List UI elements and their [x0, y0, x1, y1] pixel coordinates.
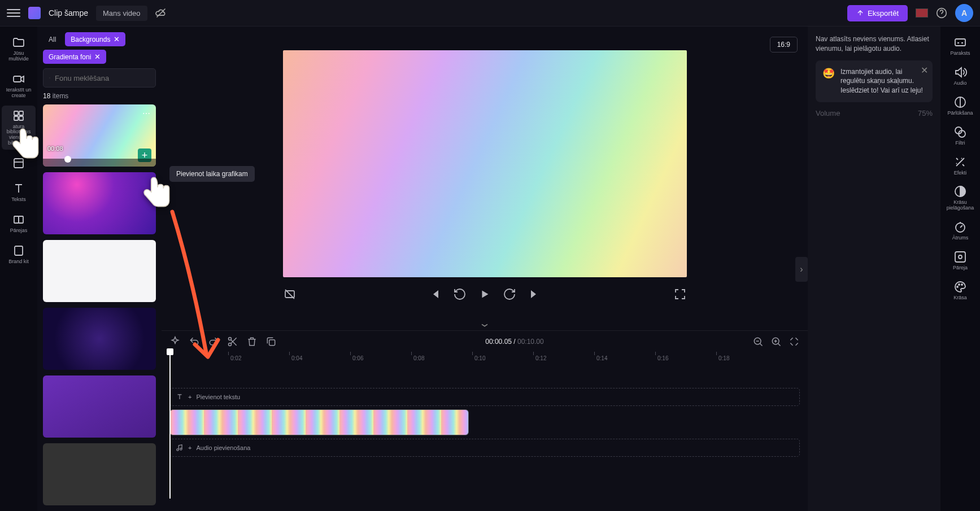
- asset-thumb-6[interactable]: [43, 443, 156, 505]
- zoom-in-button[interactable]: [770, 336, 782, 347]
- text-track[interactable]: + Pievienot tekstu: [169, 388, 800, 406]
- contrast-icon: [953, 185, 967, 198]
- captions-icon: [953, 36, 967, 49]
- skip-forward-button[interactable]: [528, 287, 541, 301]
- nav-your-media[interactable]: Jūsu multivide: [2, 32, 36, 65]
- tick: 0:12: [535, 355, 546, 361]
- delete-button[interactable]: [246, 336, 258, 347]
- panel-collapse-chevron[interactable]: ›: [795, 257, 808, 282]
- playhead[interactable]: [169, 352, 171, 499]
- tick: 0:06: [352, 355, 363, 361]
- timeline-tracks: + Pievienot tekstu + Audio pievienošana: [162, 368, 808, 460]
- video-track[interactable]: [169, 409, 800, 435]
- nav-brand-kit[interactable]: Brand kit: [2, 241, 36, 268]
- export-label: Eksportēt: [868, 9, 899, 18]
- svg-point-37: [957, 286, 958, 287]
- undo-button[interactable]: [189, 336, 200, 347]
- library-icon: [12, 109, 25, 123]
- tool-audio[interactable]: Audio: [943, 62, 977, 90]
- properties-panel: Nav atlasīts neviens vienums. Atlasiet v…: [808, 27, 940, 511]
- svg-rect-3: [14, 111, 18, 115]
- nav-record[interactable]: Ierakstīt un create: [2, 69, 36, 102]
- close-icon[interactable]: ✕: [114, 35, 120, 43]
- svg-point-17: [229, 343, 232, 346]
- template-icon: [12, 156, 25, 170]
- project-name[interactable]: Mans video: [96, 6, 147, 21]
- split-button[interactable]: [227, 336, 238, 347]
- rewind-button[interactable]: [453, 287, 467, 301]
- tool-color-adjust[interactable]: Krāsu pielāgošana: [943, 181, 977, 215]
- duplicate-button[interactable]: [265, 336, 277, 347]
- more-icon[interactable]: ⋯: [142, 109, 151, 118]
- timeline-toolbar: 00:00.05 / 00:10.00: [162, 330, 808, 352]
- timeline-clip[interactable]: [169, 409, 469, 435]
- tick: 0:10: [474, 355, 485, 361]
- svg-rect-35: [955, 252, 965, 262]
- app-name: Clip šampe: [49, 8, 88, 18]
- chip-all[interactable]: All: [43, 33, 62, 46]
- asset-thumb-2[interactable]: [43, 172, 156, 234]
- close-tip-button[interactable]: ✕: [921, 65, 928, 76]
- asset-thumb-4[interactable]: [43, 308, 156, 370]
- timeline-expand-handle[interactable]: [162, 320, 808, 330]
- zoom-fit-button[interactable]: [789, 336, 800, 347]
- hide-preview-icon[interactable]: [283, 287, 297, 301]
- thumb-duration: 00:08: [47, 145, 63, 152]
- play-button[interactable]: [478, 287, 491, 301]
- preview-area: 16:9: [162, 27, 808, 320]
- tool-speed[interactable]: Ātrums: [943, 217, 977, 244]
- svg-rect-28: [955, 39, 965, 46]
- preview-canvas[interactable]: [283, 50, 687, 277]
- svg-point-16: [229, 337, 232, 340]
- text-icon: [12, 182, 25, 195]
- chip-gradient[interactable]: Gradienta foni✕: [43, 50, 106, 64]
- forward-button[interactable]: [503, 287, 516, 301]
- aspect-ratio-button[interactable]: 16:9: [770, 37, 798, 53]
- app-header: Clip šampe Mans video Eksportēt A: [0, 0, 980, 27]
- nav-templates[interactable]: [2, 153, 36, 175]
- search-input[interactable]: [55, 74, 150, 82]
- tool-captions[interactable]: Paraksts: [943, 32, 977, 60]
- nav-transitions[interactable]: Pārejas: [2, 209, 36, 237]
- tool-fade[interactable]: Pārlūkšana: [943, 92, 977, 120]
- svg-rect-11: [15, 246, 23, 255]
- tool-effects[interactable]: Efekti: [943, 152, 977, 180]
- svg-rect-20: [269, 339, 275, 345]
- fullscreen-button[interactable]: [673, 287, 687, 301]
- app-logo: [28, 7, 41, 19]
- tick: 0:16: [657, 355, 668, 361]
- svg-rect-2: [14, 76, 21, 82]
- asset-thumb-1[interactable]: ⋯ 00:08 +: [43, 104, 156, 167]
- tool-filters[interactable]: Filtri: [943, 122, 977, 150]
- audio-track[interactable]: + Audio pievienošana: [169, 439, 800, 457]
- tool-color[interactable]: Krāsa: [943, 277, 977, 304]
- asset-thumb-3[interactable]: [43, 240, 156, 302]
- zoom-out-button[interactable]: [752, 336, 764, 347]
- svg-point-38: [959, 284, 960, 285]
- close-icon[interactable]: ✕: [94, 53, 101, 61]
- search-icon: [49, 73, 50, 82]
- effects-icon: [953, 155, 967, 169]
- redo-button[interactable]: [208, 336, 219, 347]
- user-avatar[interactable]: A: [955, 4, 973, 22]
- timeline-ruler[interactable]: 0:02 0:04 0:06 0:08 0:10 0:12 0:14 0:16 …: [162, 352, 808, 368]
- nav-text[interactable]: Teksts: [2, 178, 36, 206]
- menu-button[interactable]: [7, 6, 20, 20]
- text-icon: [176, 393, 184, 401]
- filters-icon: [953, 125, 967, 139]
- folder-icon: [12, 36, 25, 49]
- playback-controls: [283, 287, 687, 301]
- svg-line-27: [778, 343, 780, 346]
- export-button[interactable]: Eksportēt: [847, 5, 908, 21]
- skip-back-button[interactable]: [428, 287, 442, 301]
- magic-icon[interactable]: [169, 336, 181, 347]
- language-flag[interactable]: [916, 8, 928, 18]
- help-icon[interactable]: [936, 7, 947, 19]
- tool-transition[interactable]: Pāreja: [943, 247, 977, 274]
- chip-backgrounds[interactable]: Backgrounds✕: [65, 32, 125, 46]
- svg-rect-4: [19, 111, 23, 115]
- nav-library[interactable]: atura bibliotēkas vienumu bibliotēka: [2, 106, 36, 150]
- svg-rect-5: [14, 116, 18, 120]
- search-box[interactable]: [43, 68, 156, 88]
- asset-thumb-5[interactable]: [43, 375, 156, 438]
